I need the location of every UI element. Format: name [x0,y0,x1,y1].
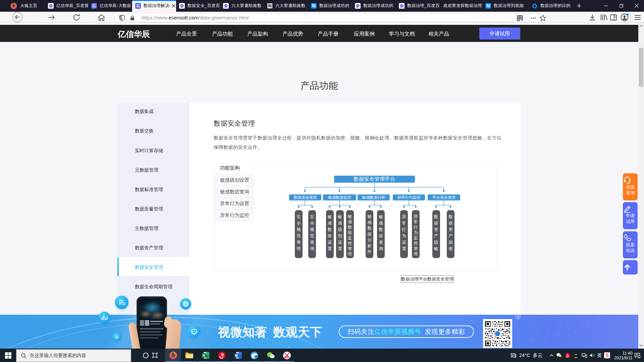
svg-text:du: du [225,6,226,7]
svg-text:du: du [357,6,358,7]
svg-text:du: du [181,6,182,7]
svg-text:1: 1 [639,356,640,358]
svg-text:du: du [50,6,51,7]
svg-text:du: du [401,6,402,7]
